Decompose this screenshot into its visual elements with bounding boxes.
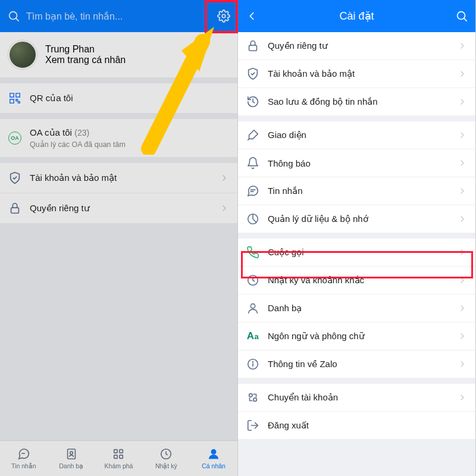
tab-messages[interactable]: Tin nhắn (0, 441, 48, 476)
left-content: Trung Phan Xem trang cá nhân QR của tôi … (0, 32, 237, 223)
svg-rect-20 (249, 45, 257, 51)
font-icon: Aa (246, 330, 259, 343)
svg-point-25 (250, 304, 255, 308)
tab-me-label: Cá nhân (202, 462, 226, 469)
set-security-label: Tài khoản và bảo mật (268, 68, 449, 79)
tab-contacts[interactable]: Danh bạ (48, 441, 95, 476)
shield-icon (246, 67, 259, 80)
svg-rect-13 (120, 450, 123, 453)
set-switch[interactable]: Chuyển tài khoản (238, 384, 475, 412)
set-backup-label: Sao lưu & đồng bộ tin nhắn (268, 96, 449, 107)
svg-point-11 (70, 452, 73, 455)
person-icon (207, 447, 220, 461)
left-screen: Tìm bạn bè, tin nhắn... Trung Phan Xem t… (0, 0, 238, 476)
set-data[interactable]: Quản lý dữ liệu & bộ nhớ (238, 205, 475, 233)
svg-rect-4 (16, 93, 20, 97)
set-data-label: Quản lý dữ liệu & bộ nhớ (268, 214, 449, 224)
chevron-right-icon (220, 173, 229, 183)
set-contacts[interactable]: Danh bạ (238, 295, 475, 322)
person-icon (246, 302, 259, 315)
set-about[interactable]: Thông tin về Zalo (238, 350, 475, 378)
chevron-right-icon (220, 203, 229, 213)
set-backup[interactable]: Sao lưu & đồng bộ tin nhắn (238, 88, 475, 115)
grid-icon (112, 447, 125, 461)
chevron-right-icon (458, 41, 467, 51)
gear-icon[interactable] (217, 10, 230, 23)
set-security[interactable]: Tài khoản và bảo mật (238, 60, 475, 88)
clock-icon (246, 274, 259, 287)
set-notify-label: Thông báo (268, 158, 449, 168)
search-input[interactable]: Tìm bạn bè, tin nhắn... (26, 11, 211, 22)
set-about-label: Thông tin về Zalo (268, 359, 449, 369)
history-icon (246, 95, 259, 108)
chevron-right-icon (458, 331, 467, 341)
row-oa[interactable]: OA OA của tôi (23) Quản lý các OA đã qua… (0, 119, 237, 157)
canvas: Tìm bạn bè, tin nhắn... Trung Phan Xem t… (0, 0, 476, 476)
tab-journal-label: Nhật ký (155, 462, 177, 469)
set-privacy-label: Quyền riêng tư (268, 40, 449, 51)
back-icon[interactable] (245, 10, 258, 23)
profile-name: Trung Phan (45, 44, 126, 55)
set-theme-label: Giao diện (268, 130, 449, 140)
svg-line-1 (16, 18, 18, 21)
row-privacy-label: Quyền riêng tư (30, 203, 211, 214)
set-journal[interactable]: Nhật ký và khoảnh khắc (238, 267, 475, 295)
svg-rect-14 (114, 455, 118, 459)
set-theme[interactable]: Giao diện (238, 121, 475, 149)
svg-point-29 (249, 394, 253, 397)
message-icon (246, 184, 259, 198)
row-security[interactable]: Tài khoản và bảo mật (0, 163, 237, 193)
search-icon[interactable] (7, 10, 20, 23)
avatar (8, 40, 37, 69)
svg-rect-15 (120, 455, 123, 459)
tab-messages-label: Tin nhắn (11, 462, 36, 469)
row-privacy[interactable]: Quyền riêng tư (0, 193, 237, 223)
tab-explore-label: Khám phá (105, 462, 133, 469)
chevron-right-icon (458, 393, 467, 402)
set-logout[interactable]: Đăng xuất (238, 412, 475, 439)
chevron-right-icon (458, 303, 467, 313)
row-security-label: Tài khoản và bảo mật (30, 173, 211, 183)
set-call[interactable]: Cuộc gọi (238, 239, 475, 267)
set-message-label: Tin nhắn (268, 186, 449, 196)
set-notify[interactable]: Thông báo (238, 149, 475, 177)
bell-icon (246, 156, 259, 170)
brush-icon (246, 129, 259, 142)
tab-explore[interactable]: Khám phá (95, 441, 143, 476)
set-contacts-label: Danh bạ (268, 303, 449, 314)
bottom-nav: Tin nhắn Danh bạ Khám phá Nhật ký Cá nhâ… (0, 440, 237, 476)
svg-point-30 (253, 398, 257, 402)
svg-point-28 (252, 362, 253, 362)
qr-icon (8, 92, 21, 105)
tab-me[interactable]: Cá nhân (190, 441, 237, 476)
tab-contacts-label: Danh bạ (59, 462, 83, 469)
lock-icon (8, 202, 21, 215)
chevron-right-icon (458, 97, 467, 107)
svg-point-17 (211, 450, 215, 454)
svg-rect-12 (114, 450, 118, 453)
row-qr-label: QR của tôi (30, 93, 229, 104)
chevron-right-icon (458, 359, 467, 369)
set-privacy[interactable]: Quyền riêng tư (238, 32, 475, 60)
chevron-right-icon (458, 186, 467, 196)
row-oa-count: (23) (74, 128, 89, 137)
profile-row[interactable]: Trung Phan Xem trang cá nhân (0, 32, 237, 77)
svg-rect-3 (10, 93, 14, 97)
chevron-right-icon (458, 130, 467, 140)
pie-icon (246, 212, 259, 226)
oa-icon: OA (8, 131, 21, 145)
set-lang[interactable]: Aa Ngôn ngữ và phông chữ (238, 322, 475, 350)
search-icon[interactable] (455, 10, 468, 23)
left-header: Tìm bạn bè, tin nhắn... (0, 0, 237, 32)
svg-line-19 (464, 18, 466, 21)
row-qr[interactable]: QR của tôi (0, 83, 237, 113)
tab-journal[interactable]: Nhật ký (142, 441, 190, 476)
chevron-right-icon (458, 69, 467, 79)
info-icon (246, 358, 259, 371)
svg-point-2 (222, 14, 226, 18)
right-header: Cài đặt (238, 0, 475, 32)
set-call-label: Cuộc gọi (268, 247, 449, 258)
set-logout-label: Đăng xuất (268, 420, 467, 431)
set-message[interactable]: Tin nhắn (238, 177, 475, 205)
phone-icon (246, 246, 259, 259)
